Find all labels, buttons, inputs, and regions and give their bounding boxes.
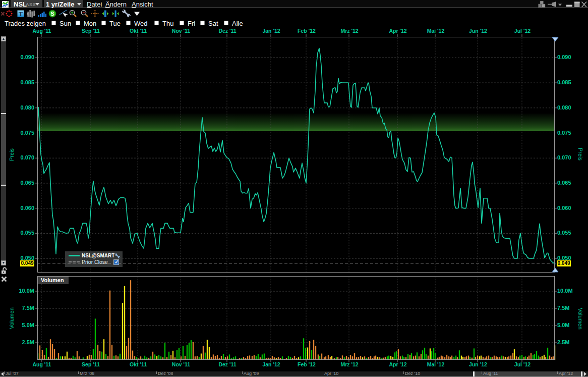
svg-text:S: S: [50, 11, 54, 17]
svg-text:T: T: [19, 11, 23, 18]
